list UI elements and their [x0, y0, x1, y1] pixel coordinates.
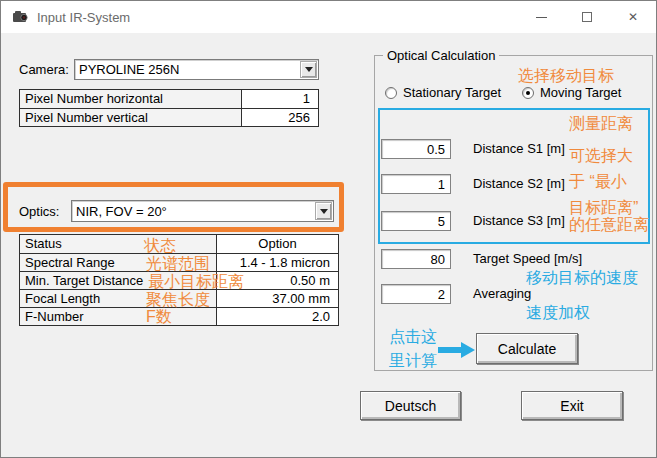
window-title: Input IR-System — [37, 10, 130, 25]
averaging-label: Averaging — [473, 284, 531, 304]
radio-icon — [385, 87, 397, 99]
optics-combobox-value: NIR, FOV = 20° — [72, 204, 314, 219]
speed-weight-cn-annotation: 速度加权 — [526, 304, 590, 321]
f-number-label: F-Number — [20, 308, 217, 325]
camera-combobox-value: PYROLINE 256N — [75, 62, 299, 77]
optics-combobox-dropdown-button[interactable] — [315, 202, 332, 220]
optics-label: Optics: — [19, 204, 59, 219]
close-icon: ✕ — [628, 10, 638, 24]
moving-speed-cn-annotation: 移动目标的速度 — [526, 269, 638, 286]
pixel-vertical-value: 256 — [242, 109, 318, 126]
distance-s3-label: Distance S3 [m] — [473, 211, 565, 231]
table-header-row: Status Option — [20, 235, 338, 253]
stationary-target-label: Stationary Target — [403, 85, 501, 100]
moving-target-radio[interactable]: Moving Target — [522, 85, 621, 100]
status-header: Status — [20, 235, 217, 253]
f-number-value: 2.0 — [217, 308, 338, 325]
focal-length-cn-annotation: 聚焦长度 — [146, 291, 210, 308]
table-row: Pixel Number vertical 256 — [20, 108, 318, 126]
close-button[interactable]: ✕ — [610, 1, 656, 33]
optical-calculation-title: Optical Calculation — [383, 48, 499, 63]
averaging-input[interactable] — [381, 284, 451, 304]
camera-combobox[interactable]: PYROLINE 256N — [74, 59, 319, 80]
distance-s1-input[interactable] — [381, 139, 451, 159]
click-here-1-cn-annotation: 点击这 — [389, 328, 437, 345]
measure-distance-cn-annotation: 测量距离 — [569, 115, 633, 132]
target-speed-input[interactable] — [381, 249, 451, 269]
exit-button[interactable]: Exit — [521, 391, 623, 420]
pixel-vertical-label: Pixel Number vertical — [20, 109, 242, 126]
than-min-cn-annotation: 于 “最小 — [569, 173, 627, 190]
chevron-down-icon — [320, 209, 328, 214]
distance-s1-label: Distance S1 [m] — [473, 139, 565, 159]
maximize-icon — [582, 12, 592, 22]
pixel-number-table: Pixel Number horizontal 1 Pixel Number v… — [19, 89, 319, 127]
calculate-button[interactable]: Calculate — [476, 333, 578, 364]
camera-label: Camera: — [19, 62, 69, 77]
select-moving-target-cn-annotation: 选择移动目标 — [518, 67, 614, 84]
target-distance-cn-annotation: 目标距离” — [569, 199, 638, 216]
f-number-cn-annotation: F数 — [146, 308, 172, 325]
pixel-horizontal-label: Pixel Number horizontal — [20, 90, 242, 108]
distance-s3-input[interactable] — [381, 211, 451, 231]
minimize-icon — [536, 17, 547, 18]
distance-s2-input[interactable] — [381, 174, 451, 194]
camera-app-icon — [12, 10, 32, 24]
table-row: Pixel Number horizontal 1 — [20, 90, 318, 108]
titlebar: Input IR-System ✕ — [1, 1, 656, 33]
target-speed-label: Target Speed [m/s] — [473, 249, 582, 269]
spectral-range-cn-annotation: 光谱范围 — [146, 255, 210, 272]
focal-length-value: 37.00 mm — [217, 290, 338, 307]
dialog-window: Input IR-System ✕ Camera: PYROLINE 256N … — [0, 0, 657, 458]
camera-combobox-dropdown-button[interactable] — [300, 61, 317, 78]
radio-checked-icon — [522, 87, 534, 99]
deutsch-button[interactable]: Deutsch — [360, 391, 461, 420]
moving-target-label: Moving Target — [540, 85, 621, 100]
min-target-distance-cn-annotation: 最小目标距离 — [148, 273, 244, 290]
distance-s2-label: Distance S2 [m] — [473, 174, 565, 194]
status-cn-annotation: 状态 — [144, 237, 176, 254]
optics-combobox[interactable]: NIR, FOV = 20° — [71, 200, 334, 222]
click-here-2-cn-annotation: 里计算 — [389, 352, 437, 369]
minimize-button[interactable] — [518, 1, 564, 33]
spectral-range-value: 1.4 - 1.8 micron — [217, 254, 338, 271]
chevron-down-icon — [305, 67, 313, 72]
table-row: F-Number 2.0 — [20, 307, 338, 325]
choose-larger-cn-annotation: 可选择大 — [569, 147, 633, 164]
pixel-horizontal-value: 1 — [242, 90, 318, 108]
option-header: Option — [217, 235, 338, 253]
arrow-right-icon — [438, 342, 475, 358]
stationary-target-radio[interactable]: Stationary Target — [385, 85, 501, 100]
maximize-button[interactable] — [564, 1, 610, 33]
any-distance-cn-annotation: 的任意距离 — [569, 216, 649, 233]
